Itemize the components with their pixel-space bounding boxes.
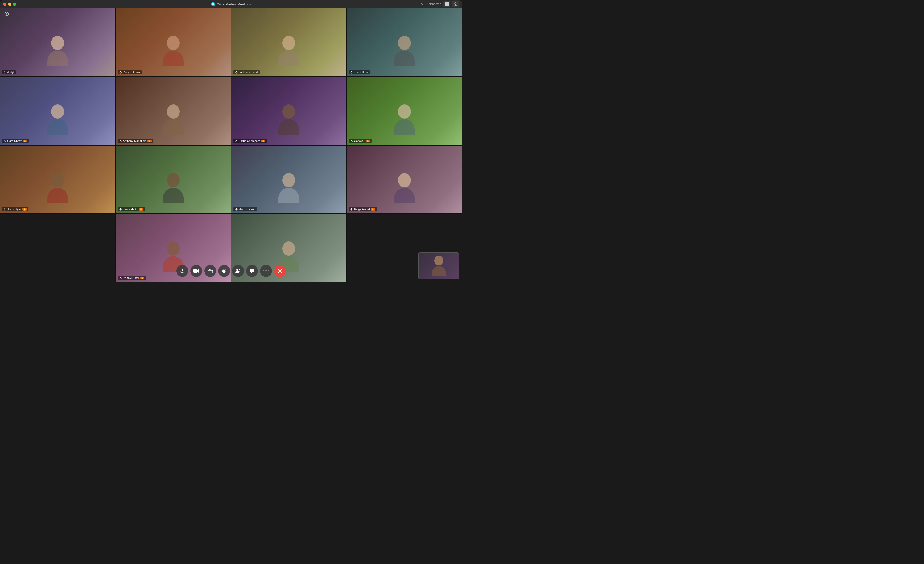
svg-rect-17 [4,208,5,209]
participant-cell-11: Marcus Reed [231,145,346,214]
webex-logo-icon [211,2,215,6]
participant-cell-5: Cara Spray ✋ [0,77,115,145]
video-grid: rledyt Robyn Brown Barbara Caudill [0,8,462,282]
participant-label-9: Justin Tyler ✋ [2,207,28,211]
share-button[interactable] [204,265,216,277]
hand-badge-12: ✋ [371,208,375,211]
svg-point-31 [239,269,240,271]
mic-status-icon: 🎙 [421,2,424,6]
svg-rect-1 [445,2,447,4]
svg-rect-16 [351,139,352,141]
svg-rect-9 [4,71,5,72]
svg-rect-2 [447,2,448,4]
svg-rect-20 [351,208,352,209]
svg-point-30 [236,269,238,271]
svg-rect-4 [447,4,448,6]
participant-cell-4: Janet Hurn [347,8,462,76]
svg-point-34 [267,271,268,271]
grid-view-button[interactable] [443,1,450,7]
video-bg-7 [231,77,346,145]
participant-cell-7: Carrie Chambers ✋ [231,77,346,145]
record-button[interactable] [218,265,230,277]
svg-rect-10 [120,71,121,72]
empty-cell-left [0,214,115,282]
svg-rect-3 [445,4,447,6]
participant-cell-2: Robyn Brown [116,8,231,76]
svg-rect-12 [351,71,352,72]
meeting-settings-icon[interactable] [3,10,10,18]
participant-cell-6: Anthony Mansfield ✋ [116,77,231,145]
participant-cell-8: clarkca7 ✋ [347,77,462,145]
participant-cell-10: Laura Hicks ✋ [116,145,231,214]
control-bar [176,265,286,277]
hand-badge-9: ✋ [22,208,27,211]
svg-point-0 [212,3,214,5]
video-bg-2 [116,8,231,76]
participant-label-10: Laura Hicks ✋ [118,207,145,211]
settings-button[interactable] [452,1,459,7]
video-bg-12 [347,145,462,214]
svg-point-33 [266,271,267,271]
participant-cell-3: Barbara Caudill [231,8,346,76]
hand-badge-10: ✋ [139,208,143,211]
video-bg-10 [116,145,231,214]
svg-rect-19 [236,208,237,209]
svg-rect-15 [236,139,237,141]
self-view-thumbnail [418,252,459,280]
svg-point-6 [455,4,456,4]
video-bg-4 [347,8,462,76]
title-bar-right: 🎙 Connected [421,1,459,7]
video-bg-3 [231,8,346,76]
video-bg-5 [0,77,115,145]
connection-status: Connected [426,2,441,6]
svg-rect-21 [120,277,121,278]
svg-point-32 [263,271,264,271]
participant-cell-9: Justin Tyler ✋ [0,145,115,214]
participant-label-12: Paige Genet ✋ [349,207,377,211]
chat-button[interactable] [246,265,258,277]
hand-badge-7: ✋ [261,139,266,142]
close-button[interactable] [3,3,6,6]
video-bg-11 [231,145,346,214]
app-title: Cisco Webex Meetings [217,2,251,6]
participant-cell-12: Paige Genet ✋ [347,145,462,214]
participant-label-8: clarkca7 ✋ [349,139,372,143]
video-button[interactable] [190,265,202,277]
participant-label-4: Janet Hurn [349,70,369,74]
svg-rect-18 [120,208,121,209]
video-bg-1 [0,8,115,76]
title-bar-center: Cisco Webex Meetings [211,2,251,6]
more-button[interactable] [260,265,272,277]
mute-button[interactable] [176,265,188,277]
participant-label-5: Cara Spray ✋ [2,139,28,143]
participant-cell-1: rledyt [0,8,115,76]
traffic-lights [3,3,16,6]
participants-button[interactable] [232,265,244,277]
svg-rect-11 [236,71,237,72]
video-bg-9 [0,145,115,214]
title-bar: Cisco Webex Meetings 🎙 Connected [0,0,462,8]
hand-badge-5: ✋ [23,139,27,142]
empty-cell-right [347,214,462,282]
participant-label-2: Robyn Brown [118,70,141,74]
hand-badge-13: ✋ [140,277,144,279]
participant-label-1: rledyt [2,70,16,74]
participant-label-6: Anthony Mansfield ✋ [118,139,153,143]
video-bg-8 [347,77,462,145]
maximize-button[interactable] [13,3,16,6]
svg-rect-13 [4,139,5,141]
hand-badge-8: ✋ [366,139,370,142]
participant-label-11: Marcus Reed [234,207,257,211]
end-call-button[interactable] [274,265,286,277]
svg-rect-22 [182,269,183,271]
minimize-button[interactable] [8,3,11,6]
video-bg-6 [116,77,231,145]
svg-marker-25 [197,269,199,273]
participant-label-13: Pruthvi Patel ✋ [118,276,146,280]
participant-label-3: Barbara Caudill [234,70,260,74]
svg-point-8 [6,13,8,15]
hand-badge-6: ✋ [147,139,152,142]
svg-rect-24 [194,269,197,273]
svg-rect-14 [120,139,121,141]
svg-point-29 [223,270,225,272]
